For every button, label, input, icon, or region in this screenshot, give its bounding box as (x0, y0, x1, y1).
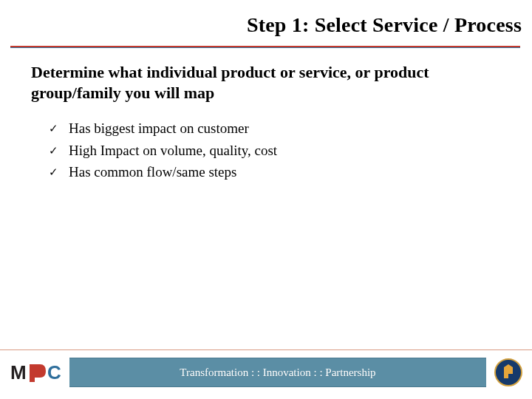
check-icon: ✓ (49, 118, 58, 138)
bullet-text: High Impact on volume, quality, cost (69, 140, 277, 161)
bullet-text: Has common flow/same steps (69, 162, 236, 183)
slide-title: Step 1: Select Service / Process (247, 13, 522, 36)
bullet-list: ✓ Has biggest impact on customer ✓ High … (49, 118, 488, 184)
list-item: ✓ High Impact on volume, quality, cost (49, 140, 488, 161)
footer: M C Transformation : : Innovation : : Pa… (0, 356, 532, 389)
svg-text:M: M (10, 361, 27, 383)
subheading: Determine what individual product or ser… (31, 62, 501, 103)
title-sep: : (302, 13, 315, 36)
footer-band: Transformation : : Innovation : : Partne… (69, 358, 486, 387)
check-icon: ✓ (49, 140, 58, 160)
footer-divider (0, 349, 532, 350)
logo-left: M C (7, 358, 69, 387)
bullet-text: Has biggest impact on customer (69, 118, 249, 139)
rule-blue (10, 47, 520, 48)
list-item: ✓ Has common flow/same steps (49, 162, 488, 183)
title-area: Step 1: Select Service / Process (0, 13, 532, 37)
list-item: ✓ Has biggest impact on customer (49, 118, 488, 139)
logo-right (489, 356, 528, 389)
footer-tagline: Transformation : : Innovation : : Partne… (180, 366, 375, 379)
mpc-logo-icon: M C (10, 361, 66, 383)
title-step: Step 1 (247, 13, 302, 36)
svg-text:C: C (47, 361, 61, 383)
seal-icon (494, 358, 523, 387)
title-rule (10, 46, 520, 48)
check-icon: ✓ (49, 162, 58, 182)
title-rest: Select Service / Process (315, 13, 522, 36)
slide: Step 1: Select Service / Process Determi… (0, 0, 532, 399)
